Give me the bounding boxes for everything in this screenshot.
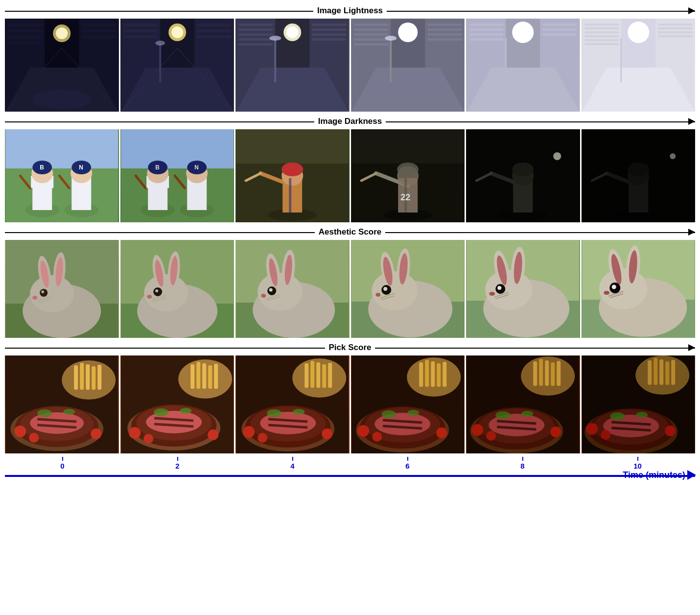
svg-rect-92 [658,35,692,37]
svg-rect-88 [584,43,619,45]
lightness-cell-6 [582,19,696,112]
svg-rect-275 [304,363,308,388]
svg-rect-91 [658,31,692,33]
baseball-image-1: B N [5,129,119,222]
tick-mark-0 [62,457,63,461]
svg-rect-38 [238,24,273,26]
svg-rect-47 [274,38,276,82]
darkness-cell-1: B N [5,129,119,222]
svg-rect-296 [437,363,441,387]
darkness-cell-6 [582,129,696,222]
lightness-cell-5 [466,19,580,112]
aesthetic-cell-2 [120,240,234,338]
aesthetic-cell-4 [351,240,465,338]
svg-point-340 [610,412,625,420]
svg-rect-243 [97,365,101,390]
svg-rect-14 [81,35,116,38]
svg-rect-95 [5,129,118,168]
svg-point-82 [628,22,649,43]
image-darkness-label: Image Darkness [314,117,386,126]
svg-rect-110 [121,129,233,168]
svg-rect-293 [419,362,423,387]
pick-score-section: Pick Score [5,341,695,455]
tick-0: 0 [5,457,120,470]
svg-rect-259 [202,363,206,389]
svg-point-250 [37,409,52,417]
pick-cell-6 [582,355,696,453]
aesthetic-score-label-container: Aesthetic Score [5,225,695,239]
svg-rect-26 [123,35,158,38]
tick-label-8: 8 [520,462,524,470]
svg-point-175 [144,274,188,311]
svg-rect-260 [208,365,212,389]
svg-point-131 [281,163,303,176]
baseball-image-4: 22 [351,129,465,222]
tick-mark-10 [637,457,638,461]
svg-rect-72 [469,33,503,36]
svg-point-286 [267,409,281,417]
svg-point-272 [208,429,218,440]
svg-rect-25 [123,29,158,32]
svg-rect-45 [312,33,346,36]
svg-rect-73 [469,38,503,41]
svg-rect-261 [214,364,218,389]
tick-8: 8 [465,457,580,470]
tick-4: 4 [235,457,350,470]
svg-rect-90 [658,27,692,29]
svg-rect-10 [8,35,42,38]
svg-rect-43 [312,24,346,26]
svg-point-268 [154,408,168,416]
pick-score-row [5,355,695,453]
svg-rect-276 [310,361,314,388]
svg-rect-89 [658,24,692,25]
timeline-arrow: Time (minutes) [5,471,695,482]
svg-text:N: N [194,164,199,171]
tick-label-6: 6 [405,462,409,470]
svg-point-23 [171,26,183,38]
svg-rect-258 [196,362,200,389]
aesthetic-cell-3 [235,240,350,338]
lightness-cell-1 [5,19,119,112]
darkness-cell-2: B N [120,129,234,222]
aesthetic-score-row [5,240,695,338]
steak-image-5 [466,355,580,453]
svg-point-342 [586,423,598,435]
svg-rect-30 [159,43,161,82]
svg-point-326 [550,426,561,437]
svg-rect-297 [443,362,446,387]
svg-rect-295 [431,361,435,387]
svg-rect-332 [665,361,669,385]
svg-rect-54 [354,24,388,26]
svg-rect-13 [81,29,116,32]
svg-point-53 [398,23,418,42]
svg-point-234 [604,291,609,295]
svg-rect-44 [312,28,346,31]
svg-point-37 [286,26,298,38]
svg-point-344 [665,426,676,436]
rabbit-image-4 [351,240,465,338]
rabbit-image-3 [235,240,350,338]
tick-mark-2 [177,457,178,461]
svg-point-306 [357,425,369,437]
image-darkness-section: Image Darkness [5,115,695,224]
svg-point-162 [30,275,74,312]
svg-rect-132 [289,178,291,213]
svg-rect-257 [190,364,194,389]
tick-mark-4 [292,457,293,461]
image-lightness-label-container: Image Lightness [5,4,695,18]
pick-score-label-container: Pick Score [5,341,695,355]
svg-rect-29 [197,35,231,38]
svg-rect-8 [8,24,42,26]
timeline-label: Time (minutes) [623,470,685,480]
svg-rect-93 [620,38,622,82]
svg-rect-40 [238,33,273,36]
svg-rect-242 [92,366,95,390]
svg-rect-312 [539,359,543,386]
svg-rect-28 [197,29,231,32]
svg-rect-87 [584,39,619,41]
svg-point-343 [601,430,610,440]
svg-point-194 [269,288,273,292]
tick-mark-8 [522,457,523,461]
svg-text:22: 22 [400,192,410,202]
baseball-image-5 [466,129,580,222]
